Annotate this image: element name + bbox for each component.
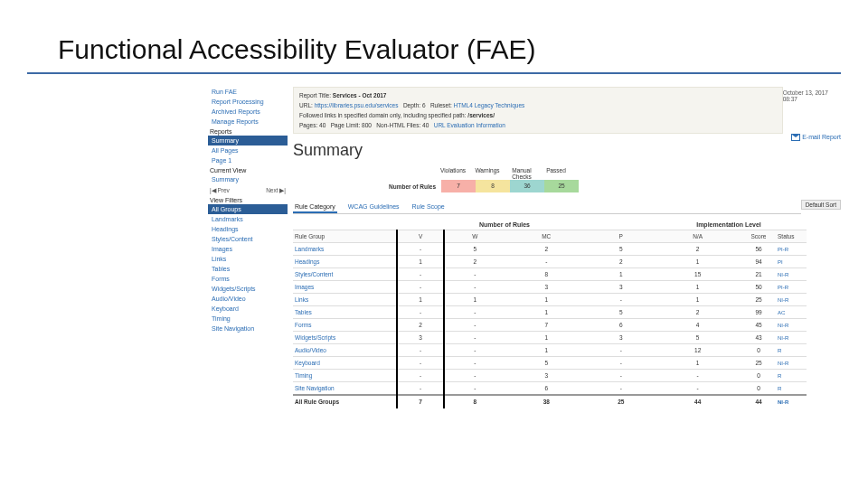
main-panel: Report Title: Services - Oct 2017 URL: h…	[288, 87, 841, 408]
sidebar-item[interactable]: Report Processing	[208, 97, 288, 107]
sidebar-section-filters: View Filters	[210, 197, 288, 203]
sidebar-item[interactable]: Page 1	[208, 155, 288, 165]
sidebar: Run FAEReport ProcessingArchived Reports…	[208, 87, 288, 408]
sidebar-item[interactable]: Timing	[208, 314, 288, 324]
sidebar-item[interactable]: Links	[208, 254, 288, 264]
col-group-rules: Number of Rules	[392, 221, 617, 228]
col-header[interactable]: P	[588, 230, 654, 243]
sidebar-section-reports: Reports	[210, 128, 288, 135]
table-row: Timing--3--0R	[293, 370, 807, 382]
slide-title: Functional Accessibility Evaluator (FAE)	[58, 34, 841, 65]
sidebar-item[interactable]: Styles/Content	[208, 234, 288, 244]
col-header[interactable]: W	[445, 230, 505, 243]
sidebar-item[interactable]: Manage Reports	[208, 117, 288, 127]
rule-group-link[interactable]: Images	[295, 284, 314, 290]
status-link[interactable]: R	[778, 373, 781, 379]
tab-bar: Rule Category WCAG Guidelines Rule Scope	[293, 202, 801, 214]
rule-group-link[interactable]: Links	[295, 296, 308, 303]
status-link[interactable]: PI-R	[778, 247, 788, 252]
rule-group-link[interactable]: Timing	[295, 372, 312, 379]
sidebar-item[interactable]: Widgets/Scripts	[208, 284, 288, 294]
sidebar-item[interactable]: All Groups	[208, 204, 288, 214]
report-url-link[interactable]: https://libraries.psu.edu/services	[315, 102, 399, 108]
sidebar-item[interactable]: Images	[208, 244, 288, 254]
col-header[interactable]: V	[396, 230, 445, 243]
col-header[interactable]: Rule Group	[293, 230, 396, 243]
table-row: Audio/Video--1-120R	[293, 344, 807, 357]
page-heading: Summary	[293, 141, 841, 160]
rules-table: Rule GroupVWMCPN/AScoreStatus Landmarks-…	[293, 230, 807, 408]
sidebar-section-current: Current View	[210, 167, 288, 174]
sidebar-item[interactable]: All Pages	[208, 145, 288, 155]
table-row: Landmarks-525256PI-R	[293, 243, 807, 256]
table-row: All Rule Groups7838254444NI-R	[293, 395, 807, 408]
sidebar-item[interactable]: Tables	[208, 264, 288, 274]
metrics-bar: Violations Warnings Manual Checks Passed…	[365, 167, 841, 192]
table-row: Images--33150PI-R	[293, 281, 807, 294]
sidebar-item-summary-current[interactable]: Summary	[208, 174, 288, 184]
status-link[interactable]: NI-R	[778, 399, 788, 405]
status-link[interactable]: NI-R	[778, 361, 788, 366]
sidebar-item[interactable]: Archived Reports	[208, 107, 288, 117]
rule-group-link[interactable]: Widgets/Scripts	[295, 334, 335, 341]
report-meta-box: Report Title: Services - Oct 2017 URL: h…	[293, 87, 783, 134]
rule-group-link[interactable]: Site Navigation	[295, 385, 335, 391]
rule-group-link[interactable]: Forms	[295, 322, 311, 328]
table-row: Headings12-2194PI	[293, 256, 807, 268]
fae-app-screenshot: Run FAEReport ProcessingArchived Reports…	[208, 87, 841, 408]
prev-button[interactable]: |◀ Prev	[210, 187, 230, 194]
ruleset-link[interactable]: HTML4 Legacy Techniques	[454, 102, 525, 108]
envelope-icon	[791, 134, 800, 141]
sidebar-item[interactable]: Summary	[208, 136, 288, 145]
table-row: Links111-125NI-R	[293, 294, 807, 306]
rule-group-link[interactable]: Styles/Content	[295, 271, 333, 277]
col-group-impl: Implementation Level	[617, 221, 841, 228]
rule-group-link[interactable]: Landmarks	[295, 246, 324, 252]
rule-group-link: All Rule Groups	[295, 399, 339, 405]
sidebar-item[interactable]: Headings	[208, 224, 288, 234]
status-link[interactable]: NI-R	[778, 323, 788, 328]
status-link[interactable]: R	[778, 386, 781, 391]
table-row: Site Navigation--6--0R	[293, 382, 807, 396]
status-link[interactable]: R	[778, 348, 781, 353]
sidebar-item[interactable]: Audio/Video	[208, 294, 288, 304]
url-eval-link[interactable]: URL Evaluation Information	[434, 122, 505, 128]
email-report-link[interactable]: E-mail Report	[791, 134, 841, 141]
sidebar-item[interactable]: Forms	[208, 274, 288, 284]
status-link[interactable]: PI	[778, 259, 783, 265]
table-row: Widgets/Scripts3-13543NI-R	[293, 332, 807, 344]
tab-rule-scope[interactable]: Rule Scope	[410, 202, 447, 213]
default-sort-button[interactable]: Default Sort	[801, 200, 841, 210]
col-header[interactable]: MC	[505, 230, 588, 243]
table-row: Tables--15299AC	[293, 306, 807, 319]
tab-rule-category[interactable]: Rule Category	[293, 202, 337, 213]
status-link[interactable]: PI-R	[778, 285, 788, 290]
rule-group-link[interactable]: Keyboard	[295, 360, 320, 366]
divider	[27, 72, 841, 74]
rule-group-link[interactable]: Headings	[295, 258, 319, 265]
table-row: Keyboard--5-125NI-R	[293, 357, 807, 370]
timestamp: October 13, 2017 08:37	[783, 87, 841, 134]
status-link[interactable]: AC	[778, 310, 785, 315]
rule-group-link[interactable]: Audio/Video	[295, 347, 326, 353]
sidebar-item[interactable]: Landmarks	[208, 214, 288, 224]
rule-group-link[interactable]: Tables	[295, 309, 312, 315]
sidebar-item[interactable]: Keyboard	[208, 304, 288, 314]
status-link[interactable]: NI-R	[778, 297, 788, 303]
status-link[interactable]: NI-R	[778, 272, 788, 277]
sidebar-item[interactable]: Run FAE	[208, 87, 288, 97]
col-header[interactable]: Score	[741, 230, 776, 243]
table-row: Styles/Content--811521NI-R	[293, 268, 807, 281]
sidebar-item[interactable]: Site Navigation	[208, 324, 288, 333]
tab-wcag[interactable]: WCAG Guidelines	[346, 202, 401, 213]
col-header[interactable]: N/A	[654, 230, 741, 243]
next-button[interactable]: Next ▶|	[266, 187, 286, 194]
col-header[interactable]: Status	[776, 230, 807, 243]
table-row: Forms2-76445NI-R	[293, 319, 807, 332]
status-link[interactable]: NI-R	[778, 335, 788, 341]
